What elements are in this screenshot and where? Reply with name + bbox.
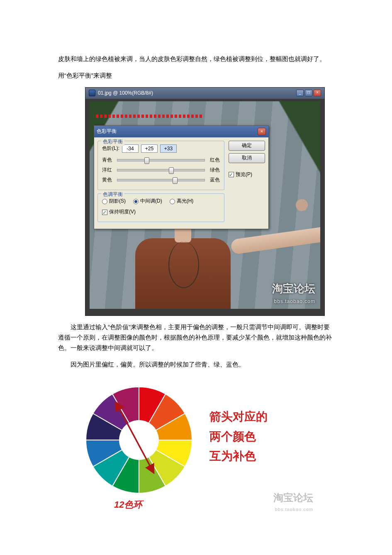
- level-input-3[interactable]: +33: [160, 144, 177, 153]
- slider-yellow-blue: 黄色 蓝色: [102, 176, 220, 184]
- dialog-titlebar[interactable]: 色彩平衡 ×: [94, 126, 268, 137]
- slider-left-1: 青色: [102, 156, 114, 164]
- intro-para-2: 用“色彩平衡”来调整: [58, 71, 334, 81]
- wheel-watermark-text: 淘宝论坛: [273, 492, 313, 503]
- color-balance-dialog: 色彩平衡 × 色彩平衡 色阶(L): -34 +25 +33: [94, 125, 269, 229]
- dialog-close-button[interactable]: ×: [258, 128, 266, 135]
- wheel-annotation: 箭头对应的 两个颜色 互为补色: [209, 407, 268, 466]
- photoshop-document-window: 01.jpg @ 100%(RGB/8#) _ □ × 淘: [85, 87, 325, 316]
- wheel-text-line-2: 两个颜色: [209, 427, 268, 447]
- wheel-center-hole: [119, 420, 159, 460]
- slider-thumb-3[interactable]: [173, 177, 178, 184]
- wheel-watermark-url: bbs.taobao.com: [273, 506, 313, 513]
- photo-canvas: 淘宝论坛 bbs.taobao.com 色彩平衡 × 色彩平衡: [90, 101, 320, 309]
- document-titlebar: 01.jpg @ 100%(RGB/8#) _ □ ×: [85, 88, 324, 99]
- radio-highlights[interactable]: 高光(H): [170, 197, 194, 205]
- cancel-button[interactable]: 取消: [229, 153, 265, 163]
- maximize-button[interactable]: □: [305, 90, 312, 96]
- minimize-button[interactable]: _: [296, 90, 304, 96]
- color-wheel-svg: [81, 382, 197, 498]
- dialog-title-text: 色彩平衡: [97, 127, 117, 136]
- radio-midtones[interactable]: 中间调(D): [133, 197, 162, 205]
- slider-magenta-green: 洋红 绿色: [102, 166, 220, 174]
- watermark-url: bbs.taobao.com: [272, 298, 315, 306]
- slider-right-1: 红色: [207, 156, 220, 164]
- check-preserve-luminosity[interactable]: 保持明度(V): [102, 208, 136, 216]
- body-para-1: 这里通过输入“色阶值”来调整色相，主要用于偏色的调整，一般只需调节中间调即可。调…: [58, 322, 334, 353]
- intro-para-1: 皮肤和墙上的绿色植被来调，当人的皮肤色彩调整自然，绿色植被调整到位，整幅图也就调…: [58, 54, 334, 64]
- wheel-text-line-1: 箭头对应的: [209, 407, 268, 427]
- selection-marquee: [96, 115, 204, 118]
- slider-track-2[interactable]: [117, 169, 205, 171]
- tone-balance-group: 色调平衡 阴影(S) 中间调(D) 高光(H) 保持明度(V): [97, 193, 224, 222]
- slider-right-2: 绿色: [207, 166, 220, 174]
- ok-button[interactable]: 确定: [229, 141, 265, 151]
- slider-right-3: 蓝色: [207, 176, 220, 184]
- slider-left-2: 洋红: [102, 166, 114, 174]
- level-input-1[interactable]: -34: [122, 144, 139, 153]
- body-para-2: 因为图片里偏红，偏黄。所以调整的时候加了些青、绿、蓝色。: [58, 359, 334, 370]
- color-balance-legend: 色彩平衡: [101, 138, 124, 146]
- watermark-text: 淘宝论坛: [272, 282, 315, 295]
- wheel-text-line-3: 互为补色: [209, 446, 268, 466]
- slider-left-3: 黄色: [102, 176, 114, 184]
- wheel-watermark: 淘宝论坛 bbs.taobao.com: [273, 489, 313, 513]
- wheel-caption: 12色环: [114, 497, 142, 512]
- slider-thumb-2[interactable]: [169, 167, 174, 174]
- color-balance-group: 色彩平衡 色阶(L): -34 +25 +33 青色: [97, 141, 224, 190]
- level-input-2[interactable]: +25: [141, 144, 158, 153]
- slider-thumb-1[interactable]: [144, 157, 149, 164]
- photoshop-icon: [89, 90, 95, 96]
- slider-track-1[interactable]: [117, 159, 205, 161]
- color-wheel-figure: 12色环 箭头对应的 两个颜色 互为补色 淘宝论坛 bbs.taobao.com: [81, 382, 313, 515]
- window-controls: _ □ ×: [296, 90, 321, 96]
- close-button[interactable]: ×: [314, 90, 321, 96]
- slider-cyan-red: 青色 红色: [102, 156, 220, 164]
- watermark: 淘宝论坛 bbs.taobao.com: [272, 280, 315, 306]
- document-title-text: 01.jpg @ 100%(RGB/8#): [98, 89, 153, 98]
- photoshop-screenshot: 01.jpg @ 100%(RGB/8#) _ □ × 淘: [85, 87, 325, 316]
- check-preview[interactable]: 预览(P): [229, 171, 265, 179]
- document-page: 皮肤和墙上的绿色植被来调，当人的皮肤色彩调整自然，绿色植被调整到位，整幅图也就调…: [0, 0, 392, 555]
- slider-track-3[interactable]: [117, 179, 205, 181]
- tone-balance-legend: 色调平衡: [101, 191, 124, 199]
